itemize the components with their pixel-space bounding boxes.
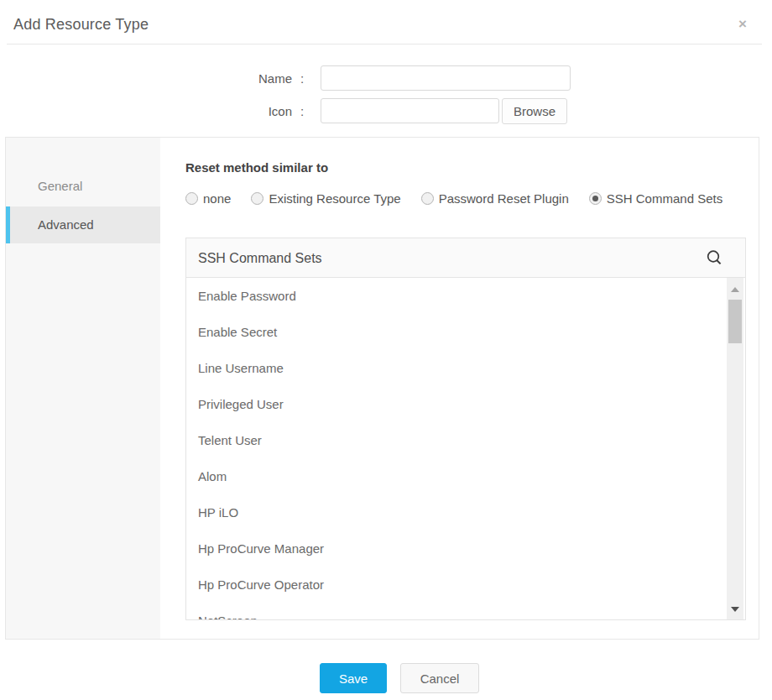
search-icon[interactable] <box>706 249 723 267</box>
icon-label: Icon <box>201 98 292 124</box>
title-divider <box>7 44 762 44</box>
scrollbar-thumb[interactable] <box>728 300 742 343</box>
radio-existing-resource-type-circle[interactable] <box>251 192 263 205</box>
radio-ssh-command-sets-circle[interactable] <box>589 192 602 205</box>
icon-colon: : <box>300 98 304 124</box>
list-item[interactable]: Privileged User <box>186 386 745 422</box>
page-title: Add Resource Type <box>13 16 149 34</box>
radio-password-reset-plugin-circle[interactable] <box>421 192 434 205</box>
icon-row: Icon : Browse <box>0 98 772 124</box>
list-item[interactable]: Enable Secret <box>186 314 745 350</box>
ssh-command-sets-panel: SSH Command Sets Enable Password Enable … <box>185 238 746 620</box>
scroll-up-icon[interactable] <box>731 287 739 292</box>
list-item[interactable]: Telent User <box>186 422 745 458</box>
reset-method-label: Reset method similar to <box>185 160 328 175</box>
list-item[interactable]: HP iLO <box>186 494 745 530</box>
content-wrapper: General Advanced Reset method similar to… <box>5 137 759 640</box>
radio-password-reset-plugin[interactable]: Password Reset Plugin <box>421 191 569 206</box>
sidebar-item-general[interactable]: General <box>6 165 160 206</box>
name-label: Name <box>201 65 292 91</box>
list-item[interactable]: Hp ProCurve Operator <box>186 567 745 603</box>
scrollbar[interactable] <box>727 278 743 619</box>
sidebar-item-advanced[interactable]: Advanced <box>6 206 160 243</box>
icon-input[interactable] <box>321 98 499 123</box>
cancel-button[interactable]: Cancel <box>400 663 479 693</box>
name-row: Name : <box>0 65 772 91</box>
ssh-command-list: Enable Password Enable Secret Line Usern… <box>186 278 745 619</box>
list-item[interactable]: NetScreen <box>186 603 745 619</box>
browse-button[interactable]: Browse <box>502 98 567 124</box>
radio-ssh-command-sets[interactable]: SSH Command Sets <box>589 191 722 206</box>
list-item[interactable]: Line Username <box>186 350 745 386</box>
reset-method-options: none Existing Resource Type Password Res… <box>185 191 722 206</box>
name-input[interactable] <box>321 65 571 91</box>
list-item[interactable]: Enable Password <box>186 278 745 314</box>
list-item[interactable]: Hp ProCurve Manager <box>186 530 745 567</box>
name-colon: : <box>300 65 304 91</box>
list-item[interactable]: Alom <box>186 458 745 494</box>
close-icon[interactable]: × <box>738 17 747 32</box>
save-button[interactable]: Save <box>320 663 387 693</box>
scroll-down-icon[interactable] <box>731 607 739 612</box>
ssh-panel-body: Enable Password Enable Secret Line Usern… <box>186 278 745 619</box>
ssh-panel-title: SSH Command Sets <box>198 251 322 265</box>
radio-none-circle[interactable] <box>185 192 198 205</box>
ssh-panel-header: SSH Command Sets <box>186 238 745 278</box>
sidebar: General Advanced <box>6 138 160 639</box>
radio-existing-resource-type[interactable]: Existing Resource Type <box>251 191 400 206</box>
radio-none[interactable]: none <box>185 191 231 206</box>
advanced-tab-content: Reset method similar to none Existing Re… <box>160 138 759 639</box>
